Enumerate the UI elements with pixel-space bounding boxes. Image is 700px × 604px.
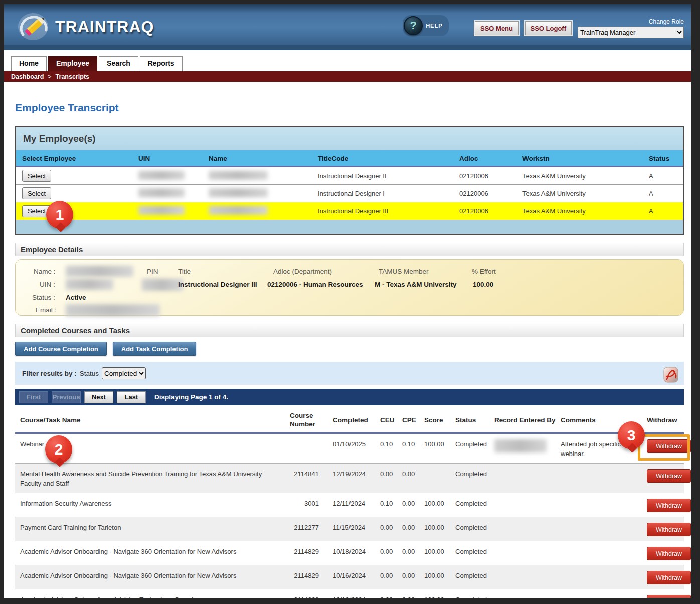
course-col-header: Course Number bbox=[278, 411, 328, 428]
sso-menu-button[interactable]: SSO Menu bbox=[475, 21, 519, 35]
withdraw-button[interactable]: Withdraw bbox=[647, 469, 691, 483]
emp-cell-status: A bbox=[643, 207, 683, 215]
course-cell-ceu: 0.00 bbox=[375, 517, 397, 541]
emp-col-header: Name bbox=[203, 155, 312, 162]
adloc-label: Adloc (Department) bbox=[273, 268, 332, 275]
course-cell-score: 100.00 bbox=[419, 541, 450, 565]
emp-cell-workstn: Texas A&M University bbox=[516, 207, 643, 215]
withdraw-button[interactable]: Withdraw bbox=[647, 595, 691, 598]
employee-row: SelectInstructional Designer II02120006T… bbox=[16, 167, 683, 185]
course-col-header: CPE bbox=[397, 416, 419, 424]
course-col-header: CEU bbox=[375, 416, 397, 424]
course-cell-name: Academic Advisor Onboarding - Navigate 3… bbox=[15, 565, 278, 589]
employee-row: SelectInstructional Designer III02120006… bbox=[16, 202, 683, 220]
course-col-header: Withdraw bbox=[642, 416, 684, 424]
main-nav-tabs: HomeEmployeeSearchReports bbox=[4, 50, 691, 71]
annotation-step-3: 3 bbox=[618, 421, 645, 449]
breadcrumb-dashboard[interactable]: Dashboard bbox=[11, 73, 44, 80]
course-cell-withdraw: Withdraw bbox=[642, 464, 691, 493]
withdraw-button[interactable]: Withdraw bbox=[647, 523, 691, 536]
breadcrumb-transcripts[interactable]: Transcripts bbox=[56, 73, 89, 80]
course-cell-comments bbox=[556, 541, 642, 565]
course-cell-ceu: 0.10 bbox=[375, 434, 397, 463]
course-row: Payment Card Training for Tarleton211227… bbox=[15, 517, 684, 541]
course-cell-cpe: 0.00 bbox=[397, 493, 419, 517]
emp-cell-adloc: 02120006 bbox=[453, 172, 516, 180]
course-cell-comments bbox=[556, 565, 642, 589]
next-page-button[interactable]: Next bbox=[84, 391, 113, 403]
withdraw-button[interactable]: Withdraw bbox=[647, 439, 691, 453]
course-cell-completed: 11/15/2024 bbox=[328, 517, 375, 541]
tab-search[interactable]: Search bbox=[99, 56, 138, 71]
effort-label: % Effort bbox=[472, 268, 496, 275]
redacted-uin bbox=[138, 188, 185, 197]
breadcrumb: Dashboard > Transcripts bbox=[4, 71, 691, 82]
employee-row: SelectInstructional Designer I02120006Te… bbox=[16, 185, 683, 202]
my-employees-footer bbox=[16, 220, 683, 234]
select-employee-button[interactable]: Select bbox=[22, 187, 51, 199]
status-filter-select[interactable]: Completed bbox=[102, 367, 146, 379]
withdraw-button[interactable]: Withdraw bbox=[647, 499, 691, 512]
filter-bar: Filter results by : Status Completed bbox=[15, 362, 684, 385]
course-cell-completed: 10/18/2024 bbox=[328, 541, 375, 565]
breadcrumb-separator: > bbox=[48, 73, 51, 80]
pencil-swoosh-icon bbox=[16, 10, 52, 43]
course-cell-comments bbox=[556, 464, 642, 493]
add-task-completion-button[interactable]: Add Task Completion bbox=[113, 342, 197, 356]
course-cell-record-entered-by bbox=[489, 589, 556, 598]
course-cell-name: Academic Advisor Onboarding - Advising T… bbox=[15, 589, 278, 598]
course-cell-number bbox=[278, 434, 328, 463]
adloc-value: 02120006 - Human Resources bbox=[267, 281, 363, 288]
completed-courses-table: Course/Task NameCourse NumberCompletedCE… bbox=[15, 405, 684, 598]
tab-reports[interactable]: Reports bbox=[140, 56, 183, 71]
sso-logoff-button[interactable]: SSO Logoff bbox=[525, 21, 572, 35]
tab-employee[interactable]: Employee bbox=[48, 56, 97, 71]
select-employee-button[interactable]: Select bbox=[22, 170, 51, 182]
my-employees-panel: My Employee(s) Select EmployeeUINNameTit… bbox=[15, 126, 684, 235]
course-cell-status: Completed bbox=[450, 541, 489, 565]
add-course-completion-button[interactable]: Add Course Completion bbox=[15, 342, 107, 356]
course-cell-withdraw: Withdraw bbox=[642, 565, 691, 589]
course-col-header: Status bbox=[450, 416, 489, 424]
pdf-export-icon[interactable] bbox=[662, 366, 680, 385]
tamus-member-value: M - Texas A&M University bbox=[375, 281, 457, 288]
course-cell-withdraw: Withdraw bbox=[642, 589, 691, 598]
my-employees-title: My Employee(s) bbox=[16, 127, 683, 150]
effort-value: 100.00 bbox=[473, 281, 493, 288]
previous-page-button[interactable]: Previous bbox=[52, 391, 81, 403]
logo-text: TRAINTRAQ bbox=[55, 18, 154, 36]
course-cell-record-entered-by bbox=[489, 565, 556, 589]
withdraw-button[interactable]: Withdraw bbox=[647, 571, 691, 584]
course-cell-ceu: 0.00 bbox=[375, 565, 397, 589]
course-cell-cpe: 0.10 bbox=[397, 434, 419, 463]
course-cell-status: Completed bbox=[450, 493, 489, 517]
course-cell-status: Completed bbox=[450, 565, 489, 589]
employee-details-panel: Name : UIN : Status : Email : Active PIN… bbox=[15, 259, 684, 316]
first-page-button[interactable]: First bbox=[19, 391, 48, 403]
emp-col-header: UIN bbox=[132, 155, 203, 162]
course-cell-number: 2114828 bbox=[278, 589, 328, 598]
course-cell-completed: 12/11/2024 bbox=[328, 493, 375, 517]
course-row: Mental Health Awareness and Suicide Prev… bbox=[15, 464, 684, 493]
course-cell-number: 2112277 bbox=[278, 517, 328, 541]
course-cell-status: Completed bbox=[450, 464, 489, 493]
redacted-name bbox=[209, 206, 268, 215]
redacted-name bbox=[209, 171, 268, 180]
course-cell-name: Information Security Awareness bbox=[15, 493, 278, 517]
last-page-button[interactable]: Last bbox=[117, 391, 146, 403]
status-value: Active bbox=[66, 294, 86, 301]
course-row: Webinar01/10/20250.100.10100.00Completed… bbox=[15, 434, 684, 464]
emp-cell-title-code: Instructional Designer III bbox=[312, 207, 453, 215]
course-cell-record-entered-by bbox=[489, 517, 556, 541]
withdraw-button[interactable]: Withdraw bbox=[647, 547, 691, 560]
tab-home[interactable]: Home bbox=[11, 56, 47, 71]
emp-col-header: Status bbox=[643, 155, 683, 162]
course-cell-score: 100.00 bbox=[419, 434, 450, 463]
emp-col-header: Adloc bbox=[453, 155, 516, 162]
role-select[interactable]: TrainTraq Manager bbox=[578, 27, 684, 38]
course-cell-withdraw: Withdraw bbox=[642, 517, 691, 541]
course-cell-status: Completed bbox=[450, 589, 489, 598]
course-cell-withdraw: Withdraw bbox=[642, 541, 691, 565]
redacted-name bbox=[66, 266, 133, 277]
help-button[interactable]: ? HELP bbox=[403, 15, 448, 36]
